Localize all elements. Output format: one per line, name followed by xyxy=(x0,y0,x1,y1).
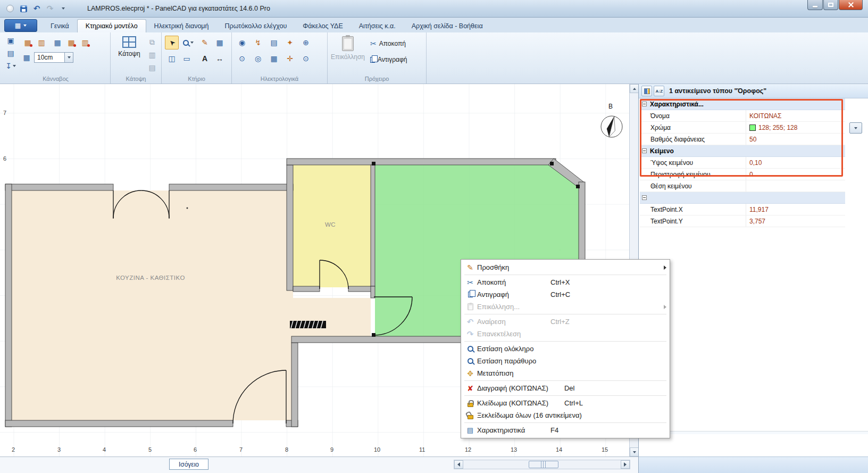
menu-item-properties[interactable]: ▤ ΧαρακτηριστικάF4 xyxy=(461,424,670,436)
property-value[interactable]: 50 xyxy=(746,134,845,145)
plus-tool-button[interactable]: ⊕ xyxy=(299,36,313,49)
window-tool-button[interactable]: ▭ xyxy=(180,52,194,65)
property-group-characteristics[interactable]: Χαρακτηριστικά... xyxy=(640,98,845,110)
tab-fakelos-yde[interactable]: Φάκελος ΥΔΕ xyxy=(295,20,350,32)
grid-toggle-button-4[interactable]: ▦ xyxy=(65,37,78,48)
text-tool-button[interactable]: A xyxy=(198,52,212,65)
maximize-button[interactable] xyxy=(823,0,838,10)
menu-item-unlock-all[interactable]: Ξεκλείδωμα όλων (16 αντικείμενα) xyxy=(461,409,670,421)
horizontal-scrollbar[interactable] xyxy=(454,460,630,469)
menu-item-zoom-extents[interactable]: Εστίαση ολόκληρο xyxy=(461,343,670,355)
menu-item-delete[interactable]: ✘ Διαγραφή (ΚΟΙΤΩΝΑΣ)Del xyxy=(461,382,670,394)
export-icon: ↧ xyxy=(5,62,12,70)
cut-button[interactable]: ✂ Αποκοπή xyxy=(368,38,408,49)
combo-dropdown-button[interactable] xyxy=(65,52,73,63)
tab-ilektriki-dianomi[interactable]: Ηλεκτρική διανομή xyxy=(146,20,217,32)
undo-button[interactable]: ↶ xyxy=(31,3,43,14)
lamp-tool-button[interactable]: ✦ xyxy=(283,36,297,49)
tab-protokollo-elegxou[interactable]: Πρωτόκολλο ελέγχου xyxy=(217,20,295,32)
property-group-textpoint[interactable] xyxy=(640,192,845,204)
menu-item-lock[interactable]: Κλείδωμα (ΚΟΙΤΩΝΑΣ)Ctrl+L xyxy=(461,397,670,409)
tab-aitiseis[interactable]: Αιτήσεις κ.α. xyxy=(351,20,404,32)
zoom-window-icon xyxy=(463,358,477,364)
outlet-tool-button[interactable]: ◉ xyxy=(235,36,249,49)
grid-toggle-button-2[interactable]: ▥ xyxy=(35,37,48,48)
grid-toggle-button-3[interactable]: ▦ xyxy=(51,37,64,48)
menu-item-redo[interactable]: ↷ Επανεκτέλεση xyxy=(461,328,670,340)
lightning-tool-button[interactable]: ↯ xyxy=(251,36,265,49)
paste-button[interactable]: Επικόλληση xyxy=(331,34,365,72)
board-tool-button[interactable]: ▦ xyxy=(267,52,281,65)
grid-size-icon-button[interactable]: ▦ xyxy=(21,52,32,63)
alphabetical-sort-button[interactable]: A↓Z xyxy=(654,86,664,96)
property-group-label: Χαρακτηριστικά... xyxy=(650,101,704,108)
menu-item-pan[interactable]: ✥ Μετατόπιση xyxy=(461,367,670,379)
property-group-text[interactable]: Κείμενο xyxy=(640,145,845,157)
zoom-tool-button[interactable] xyxy=(180,36,197,49)
select-tool-button[interactable]: ➤ xyxy=(165,36,179,49)
wall-tool-button[interactable]: ◫ xyxy=(165,52,179,65)
redo-button[interactable]: ↷ xyxy=(44,3,56,14)
ruler-number: 7 xyxy=(3,110,6,116)
collapse-icon[interactable] xyxy=(642,148,647,153)
grid-toggle-button-5[interactable]: ▥ xyxy=(79,37,91,48)
menu-item-copy[interactable]: ΑντιγραφήCtrl+C xyxy=(461,288,670,301)
property-row-textpoint-y: TextPoint.Y 3,757 xyxy=(640,215,845,227)
tab-ktiriako-montelo[interactable]: Κτηριακό μοντέλο xyxy=(77,19,146,32)
horizontal-scroll-thumb[interactable] xyxy=(529,461,558,468)
property-value[interactable]: 3,757 xyxy=(746,215,845,227)
circle-tool-button[interactable]: ⊙ xyxy=(299,52,313,65)
save-button[interactable] xyxy=(18,3,29,14)
layers-button[interactable]: ⧉ xyxy=(147,37,157,47)
property-value[interactable]: 128; 255; 128 xyxy=(746,122,845,133)
minimize-button[interactable] xyxy=(807,0,823,10)
draw-tool-button[interactable]: ✎ xyxy=(198,36,212,49)
qat-dropdown-button[interactable] xyxy=(57,3,69,14)
copy-button[interactable]: Αντιγραφή xyxy=(368,54,409,65)
ruler-number: 2 xyxy=(12,446,15,453)
property-value[interactable]: 0,10 xyxy=(746,157,845,168)
katopsi-button[interactable]: Κάτοψη xyxy=(114,34,145,72)
property-value[interactable] xyxy=(746,180,845,192)
property-value[interactable]: 0 xyxy=(746,169,845,180)
menu-item-paste[interactable]: Επικόλληση... xyxy=(461,301,670,313)
panel-tool-button[interactable]: ▤ xyxy=(267,36,281,49)
application-menu-button[interactable]: ▦ xyxy=(4,19,37,32)
property-value[interactable]: 11,917 xyxy=(746,204,845,215)
scroll-up-button[interactable] xyxy=(630,84,639,93)
window-icon: ▭ xyxy=(183,55,190,62)
categorized-view-button[interactable] xyxy=(641,86,652,96)
junction-tool-button[interactable]: ✛ xyxy=(283,52,297,65)
table-icon: ▦ xyxy=(216,39,223,46)
collapse-icon[interactable] xyxy=(642,195,647,200)
sheet-button[interactable]: ▥ xyxy=(147,49,157,60)
print-button[interactable]: ▤ xyxy=(3,47,18,59)
tab-genika[interactable]: Γενικά xyxy=(43,20,77,32)
switch-tool-button[interactable]: ◎ xyxy=(251,52,265,65)
grid-size-value[interactable]: 10cm xyxy=(34,52,65,63)
grid-size-combo[interactable]: 10cm xyxy=(34,52,73,63)
property-value[interactable]: ΚΟΙΤΩΝΑΣ xyxy=(746,110,845,121)
screen-capture-button[interactable]: ▣ xyxy=(3,35,18,46)
tab-arxiki-selida-boitheia[interactable]: Αρχική σελίδα - Βοήθεια xyxy=(404,20,491,32)
collapse-icon[interactable] xyxy=(642,102,647,106)
door-icon: ◫ xyxy=(168,55,175,62)
menu-item-add[interactable]: ✎ Προσθήκη xyxy=(461,261,670,273)
floor-tab-isogeio[interactable]: Ισόγειο xyxy=(169,459,208,470)
grid-toggle-button-1[interactable]: ▦ xyxy=(21,37,34,48)
scroll-right-button[interactable] xyxy=(621,460,630,469)
pencil-icon: ✎ xyxy=(202,39,208,46)
menu-item-zoom-window[interactable]: Εστίαση παράθυρο xyxy=(461,355,670,367)
scroll-left-button[interactable] xyxy=(454,460,463,469)
panel-button[interactable]: ▤ xyxy=(147,62,157,73)
floorplan-icon xyxy=(122,36,136,48)
menu-item-cut[interactable]: ✂ ΑποκοπήCtrl+X xyxy=(461,276,670,288)
color-dropdown-button[interactable] xyxy=(849,122,862,134)
menu-item-undo[interactable]: ↶ ΑναίρεσηCtrl+Z xyxy=(461,316,670,328)
dimension-tool-button[interactable]: ↔ xyxy=(213,52,227,65)
socket-tool-button[interactable]: ⊙ xyxy=(235,52,249,65)
close-button[interactable] xyxy=(839,0,863,10)
export-button[interactable]: ↧ xyxy=(3,60,18,72)
scroll-down-button[interactable] xyxy=(630,447,639,457)
table-tool-button[interactable]: ▦ xyxy=(213,36,227,49)
